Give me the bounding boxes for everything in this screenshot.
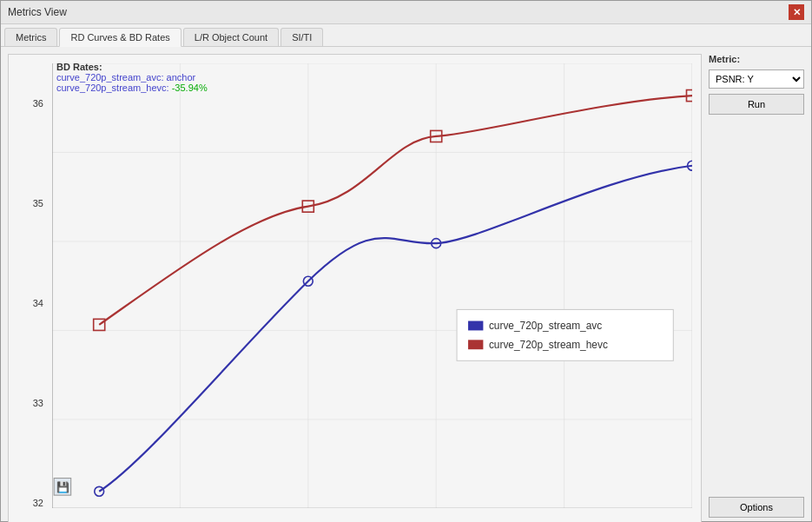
svg-rect-22 [457,309,673,360]
y-label-32: 32 [33,498,43,508]
svg-rect-25 [468,340,483,349]
hevc-label-text: curve_720p_stream_hevc: [56,83,172,93]
tab-bar: Metrics RD Curves & BD Rates L/R Object … [1,24,811,47]
main-content: BD Rates: curve_720p_stream_avc: anchor … [1,47,811,522]
run-button[interactable]: Run [709,94,804,115]
title-bar: Metrics View ✕ [1,1,811,24]
options-button[interactable]: Options [709,497,804,518]
anchor-label: curve_720p_stream_avc: anchor [56,72,208,83]
metric-select[interactable]: PSNR: Y PSNR: U PSNR: V SSIM MS-SSIM [709,69,804,89]
bd-rates-info: BD Rates: curve_720p_stream_avc: anchor … [56,62,208,93]
hevc-label: curve_720p_stream_hevc: -35.94% [56,83,208,93]
svg-rect-23 [468,321,483,331]
hevc-value: -35.94% [172,83,208,93]
y-label-36: 36 [33,98,43,109]
y-label-33: 33 [33,398,43,408]
tab-lr-object-count[interactable]: L/R Object Count [183,28,279,46]
svg-text:curve_720p_stream_avc: curve_720p_stream_avc [489,320,602,332]
close-button[interactable]: ✕ [789,4,804,20]
tab-metrics[interactable]: Metrics [4,28,57,46]
svg-text:💾: 💾 [56,480,69,493]
chart-svg: curve_720p_stream_avc curve_720p_stream_… [52,63,692,508]
sidebar-spacer [709,120,804,492]
y-axis: 36 35 34 33 32 [9,98,48,508]
sidebar: Metric: PSNR: Y PSNR: U PSNR: V SSIM MS-… [709,54,804,522]
svg-text:curve_720p_stream_hevc: curve_720p_stream_hevc [489,339,608,351]
metric-label: Metric: [709,54,804,64]
y-label-35: 35 [33,198,43,208]
bd-rates-title: BD Rates: [56,62,208,72]
tab-si-ti[interactable]: SI/TI [281,28,323,46]
y-label-34: 34 [33,298,43,308]
window-title: Metrics View [8,6,67,18]
main-window: Metrics View ✕ Metrics RD Curves & BD Ra… [0,0,812,522]
tab-rd-curves[interactable]: RD Curves & BD Rates [59,28,181,47]
chart-area: BD Rates: curve_720p_stream_avc: anchor … [8,54,702,522]
